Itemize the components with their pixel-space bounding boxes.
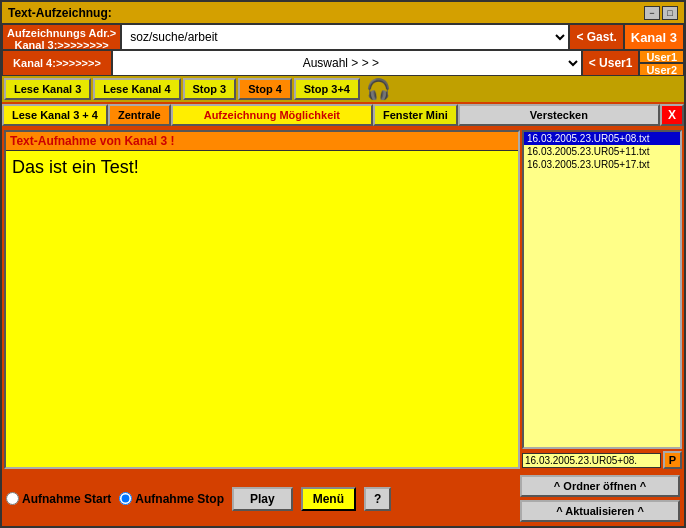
- file-panel: 16.03.2005.23.UR05+08.txt 16.03.2005.23.…: [522, 130, 682, 469]
- file-item[interactable]: 16.03.2005.23.UR05+08.txt: [524, 132, 680, 145]
- menu-button[interactable]: Menü: [301, 487, 356, 511]
- file-list: 16.03.2005.23.UR05+08.txt 16.03.2005.23.…: [522, 130, 682, 449]
- maximize-button[interactable]: □: [662, 6, 678, 20]
- file-status-input[interactable]: [522, 453, 661, 468]
- user1-item[interactable]: User1: [639, 50, 684, 63]
- fenster-mini-button[interactable]: Fenster Mini: [373, 104, 458, 126]
- main-area: Text-Aufnahme von Kanal 3 ! Das ist ein …: [2, 128, 684, 471]
- title-controls: − □: [644, 6, 678, 20]
- aufnahme-start-radio[interactable]: [6, 492, 19, 505]
- text-content: Das ist ein Test!: [6, 151, 518, 467]
- stop3-button[interactable]: Stop 3: [183, 78, 237, 100]
- lese-kanal4-button[interactable]: Lese Kanal 4: [93, 78, 180, 100]
- kanal4-button[interactable]: Kanal 4:>>>>>>>: [2, 50, 112, 76]
- nav-row: Lese Kanal 3 + 4 Zentrale Aufzeichnung M…: [2, 102, 684, 128]
- auswahl-dropdown[interactable]: Auswahl > > >: [112, 50, 582, 76]
- stop34-button[interactable]: Stop 3+4: [294, 78, 360, 100]
- file-item[interactable]: 16.03.2005.23.UR05+11.txt: [524, 145, 680, 158]
- user1-label: < User1: [582, 50, 640, 76]
- headphone-icon: 🎧: [366, 77, 391, 101]
- user-stack: User1 User2: [639, 50, 684, 76]
- address-button[interactable]: Aufzeichnungs Adr.> Kanal 3:>>>>>>>>: [2, 24, 121, 50]
- title-bar: Text-Aufzeichnug: − □: [2, 2, 684, 24]
- text-panel-header: Text-Aufnahme von Kanal 3 !: [6, 132, 518, 151]
- gast-label: < Gast.: [569, 24, 623, 50]
- play-button[interactable]: Play: [232, 487, 293, 511]
- main-window: Text-Aufzeichnug: − □ Aufzeichnungs Adr.…: [0, 0, 686, 528]
- ordner-button[interactable]: ^ Ordner öffnen ^: [520, 475, 680, 497]
- lese-kanal34-button[interactable]: Lese Kanal 3 + 4: [2, 104, 108, 126]
- control-row: Lese Kanal 3 Lese Kanal 4 Stop 3 Stop 4 …: [2, 76, 684, 102]
- user2-item[interactable]: User2: [639, 63, 684, 76]
- bottom-area: Aufnahme Start Aufnahme Stop Play Menü ?…: [2, 471, 684, 526]
- aufnahme-stop-label[interactable]: Aufnahme Stop: [119, 492, 224, 506]
- verstecken-button[interactable]: Verstecken: [458, 104, 660, 126]
- minimize-button[interactable]: −: [644, 6, 660, 20]
- kanal3-label: Kanal 3: [624, 24, 684, 50]
- aufnahme-stop-radio[interactable]: [119, 492, 132, 505]
- help-button[interactable]: ?: [364, 487, 391, 511]
- aktualisieren-button[interactable]: ^ Aktualisieren ^: [520, 500, 680, 522]
- file-item[interactable]: 16.03.2005.23.UR05+17.txt: [524, 158, 680, 171]
- address-dropdown[interactable]: soz/suche/arbeit: [121, 24, 569, 50]
- close-button[interactable]: X: [660, 104, 684, 126]
- aufzeichnung-button[interactable]: Aufzeichnung Möglichkeit: [171, 104, 373, 126]
- stop4-button[interactable]: Stop 4: [238, 78, 292, 100]
- text-panel: Text-Aufnahme von Kanal 3 ! Das ist ein …: [4, 130, 520, 469]
- kanal4-row: Kanal 4:>>>>>>> Auswahl > > > < User1 Us…: [2, 50, 684, 76]
- window-title: Text-Aufzeichnug:: [8, 6, 112, 20]
- zentrale-button[interactable]: Zentrale: [108, 104, 171, 126]
- p-button[interactable]: P: [663, 451, 682, 469]
- file-status-row: P: [522, 451, 682, 469]
- lese-kanal3-button[interactable]: Lese Kanal 3: [4, 78, 91, 100]
- aufnahme-start-label[interactable]: Aufnahme Start: [6, 492, 111, 506]
- address-row: Aufzeichnungs Adr.> Kanal 3:>>>>>>>> soz…: [2, 24, 684, 50]
